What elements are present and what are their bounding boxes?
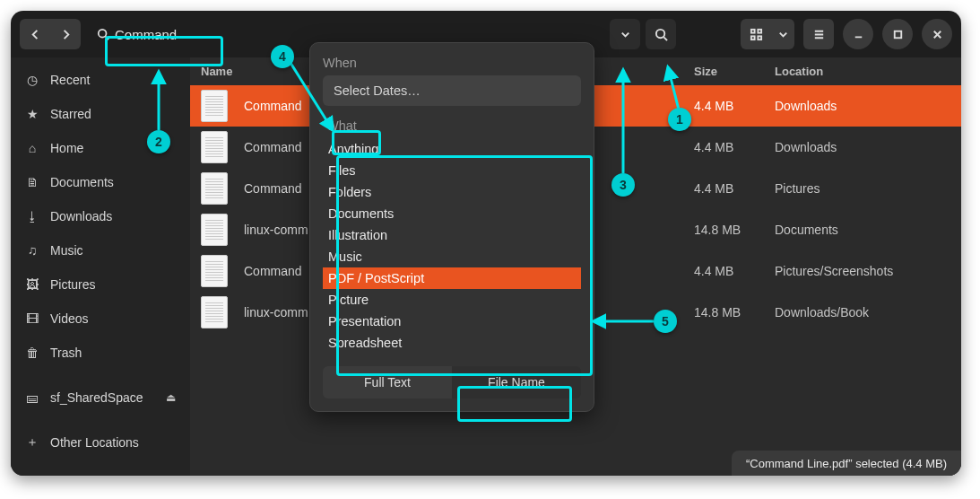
sidebar-item-label: Pictures [50, 277, 96, 292]
svg-rect-7 [758, 36, 761, 39]
sidebar-item-label: Documents [50, 175, 114, 189]
minimize-button[interactable] [843, 19, 873, 49]
file-size: 4.4 MB [694, 140, 775, 154]
sidebar-icon: 🗎 [25, 175, 39, 189]
sidebar-icon: ⭳ [25, 209, 39, 223]
col-size[interactable]: Size [694, 65, 775, 78]
svg-rect-5 [758, 29, 761, 32]
file-location: Pictures/Screenshots [775, 264, 945, 278]
sidebar-icon: ◷ [25, 73, 39, 87]
sidebar-item-label: Music [50, 243, 83, 258]
what-label: What [323, 117, 581, 135]
maximize-button[interactable] [882, 19, 913, 49]
file-thumbnail [201, 131, 228, 163]
file-thumbnail [201, 214, 228, 246]
svg-point-2 [655, 29, 663, 37]
back-button[interactable] [20, 19, 50, 49]
file-size: 14.8 MB [694, 223, 775, 237]
sidebar-icon: 🖴 [25, 390, 39, 405]
file-thumbnail [201, 90, 228, 122]
file-thumbnail [201, 172, 228, 205]
file-location: Downloads/Book [775, 305, 945, 320]
sidebar-icon: 🖼 [25, 277, 39, 292]
svg-rect-12 [894, 31, 901, 38]
when-label: When [323, 56, 581, 70]
sidebar-item-other-locations[interactable]: ＋Other Locations [11, 425, 190, 460]
file-size: 4.4 MB [694, 264, 775, 278]
search-options-dropdown[interactable] [610, 19, 640, 49]
sidebar-icon: ＋ [25, 434, 39, 451]
full-text-toggle[interactable]: Full Text [323, 366, 452, 398]
sidebar-item-label: Recent [50, 73, 90, 87]
sidebar-item-pictures[interactable]: 🖼Pictures [11, 267, 190, 302]
sidebar-item-documents[interactable]: 🗎Documents [11, 165, 190, 199]
sidebar-item-label: Starred [50, 107, 91, 121]
svg-rect-6 [750, 36, 754, 39]
sidebar-item-label: sf_SharedSpace [50, 390, 143, 405]
svg-rect-4 [750, 29, 754, 32]
eject-icon[interactable]: ⏏ [166, 391, 176, 404]
svg-line-1 [106, 37, 109, 40]
file-name-toggle[interactable]: File Name [452, 366, 581, 398]
forward-button[interactable] [50, 19, 81, 49]
sidebar-item-label: Videos [50, 311, 89, 326]
type-option[interactable]: PDF / PostScript [323, 267, 581, 289]
type-option[interactable]: Documents [323, 203, 581, 224]
file-thumbnail [201, 255, 228, 287]
status-bar: “Command Line.pdf” selected (4.4 MB) [732, 451, 961, 476]
file-thumbnail [201, 296, 228, 328]
view-options-dropdown[interactable] [771, 19, 794, 49]
sidebar-item-videos[interactable]: 🎞Videos [11, 302, 190, 336]
file-location: Documents [775, 223, 945, 237]
sidebar-item-label: Downloads [50, 209, 112, 223]
type-option[interactable]: Illustration [323, 224, 581, 246]
type-option[interactable]: Presentation [323, 311, 581, 332]
sidebar-item-downloads[interactable]: ⭳Downloads [11, 199, 190, 233]
select-dates-button[interactable]: Select Dates… [323, 75, 581, 106]
sidebar-icon: ⌂ [25, 141, 39, 155]
sidebar-item-recent[interactable]: ◷Recent [11, 63, 190, 97]
search-field[interactable]: Command [86, 19, 187, 49]
sidebar-item-label: Other Locations [50, 435, 139, 450]
type-option[interactable]: Spreadsheet [323, 332, 581, 354]
type-option[interactable]: Files [323, 160, 581, 181]
hamburger-menu-button[interactable] [803, 19, 834, 49]
sidebar-icon: 🎞 [25, 311, 39, 326]
file-size: 14.8 MB [694, 305, 775, 320]
sidebar-item-label: Home [50, 141, 83, 155]
svg-line-3 [663, 37, 667, 40]
search-toggle-button[interactable] [646, 19, 676, 49]
sidebar-item-trash[interactable]: 🗑Trash [11, 336, 190, 370]
type-option[interactable]: Anything [323, 138, 581, 160]
file-location: Downloads [775, 99, 945, 113]
type-list: AnythingFilesFoldersDocumentsIllustratio… [323, 138, 581, 354]
file-location: Pictures [775, 181, 945, 196]
svg-point-0 [99, 30, 107, 38]
file-size: 4.4 MB [694, 181, 775, 196]
search-text: Command [115, 27, 177, 42]
sidebar-icon: ★ [25, 107, 39, 121]
file-manager-window: Command ◷Re [11, 11, 961, 476]
sidebar-item-home[interactable]: ⌂Home [11, 131, 190, 165]
type-option[interactable]: Folders [323, 181, 581, 203]
sidebar-icon: 🗑 [25, 346, 39, 360]
sidebar-icon: ♫ [25, 243, 39, 258]
type-option[interactable]: Music [323, 246, 581, 267]
sidebar-item-sf-sharedspace[interactable]: 🖴sf_SharedSpace⏏ [11, 381, 190, 415]
file-location: Downloads [775, 140, 945, 154]
search-filter-popover: When Select Dates… What AnythingFilesFol… [309, 42, 594, 412]
type-option[interactable]: Picture [323, 289, 581, 311]
close-button[interactable] [922, 19, 952, 49]
sidebar-item-label: Trash [50, 346, 82, 360]
col-location[interactable]: Location [775, 65, 945, 78]
sidebar-item-starred[interactable]: ★Starred [11, 97, 190, 131]
view-grid-button[interactable] [741, 19, 771, 49]
sidebar: ◷Recent★Starred⌂Home🗎Documents⭳Downloads… [11, 57, 190, 476]
sidebar-item-music[interactable]: ♫Music [11, 233, 190, 267]
file-size: 4.4 MB [694, 99, 775, 113]
